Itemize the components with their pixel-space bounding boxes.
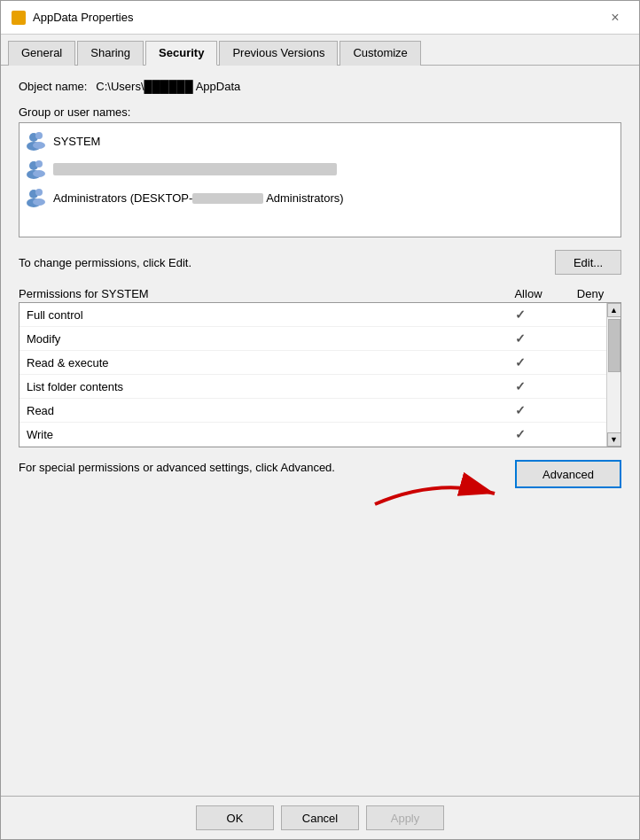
user-icon-admins xyxy=(27,188,46,207)
perm-allow-listfolder xyxy=(489,379,551,393)
tab-bar: General Sharing Security Previous Versio… xyxy=(1,35,639,66)
advanced-description: For special permissions or advanced sett… xyxy=(19,460,335,476)
dialog-footer: OK Cancel Apply xyxy=(1,796,639,839)
svg-point-3 xyxy=(33,142,45,149)
perm-name-readexecute: Read & execute xyxy=(27,356,489,369)
tab-previous-versions[interactable]: Previous Versions xyxy=(219,41,338,66)
users-list: SYSTEM Administra xyxy=(19,122,621,237)
ok-button[interactable]: OK xyxy=(196,805,274,830)
tab-security[interactable]: Security xyxy=(145,41,217,66)
permissions-header: Permissions for SYSTEM Allow Deny xyxy=(19,287,621,300)
user-item-admins[interactable]: Administrators (DESKTOP- Administrators) xyxy=(20,183,620,212)
edit-description: To change permissions, click Edit. xyxy=(19,256,191,269)
group-label: Group or user names: xyxy=(19,105,621,119)
apply-button[interactable]: Apply xyxy=(366,805,444,830)
permissions-scrollbar[interactable]: ▲ ▼ xyxy=(606,303,620,447)
user-item-system[interactable]: SYSTEM xyxy=(20,127,620,155)
permissions-table: Full control Modify Read & execute List … xyxy=(19,302,621,447)
perm-name-modify: Modify xyxy=(27,332,489,346)
title-bar: AppData Properties × xyxy=(1,1,639,35)
perm-allow-modify xyxy=(489,331,551,346)
scrollbar-up-button[interactable]: ▲ xyxy=(607,303,621,317)
advanced-section: For special permissions or advanced sett… xyxy=(19,460,621,488)
tab-sharing[interactable]: Sharing xyxy=(77,41,144,66)
perm-allow-read xyxy=(489,403,551,417)
user-blurred-bar xyxy=(53,163,337,175)
perm-name-listfolder: List folder contents xyxy=(27,380,489,393)
close-button[interactable]: × xyxy=(602,8,628,27)
tab-general[interactable]: General xyxy=(8,41,75,66)
perm-row-fullcontrol: Full control xyxy=(20,303,620,327)
folder-icon xyxy=(12,11,26,25)
advanced-area: For special permissions or advanced sett… xyxy=(19,460,621,501)
perm-row-modify: Modify xyxy=(20,327,620,351)
perm-name-read: Read xyxy=(27,404,489,417)
advanced-button[interactable]: Advanced xyxy=(515,460,621,488)
perm-allow-readexecute xyxy=(489,355,551,369)
perm-row-write: Write xyxy=(20,423,620,447)
tab-customize[interactable]: Customize xyxy=(340,41,420,66)
perm-row-listfolder: List folder contents xyxy=(20,375,620,399)
edit-button[interactable]: Edit... xyxy=(555,250,621,275)
permissions-title: Permissions for SYSTEM xyxy=(19,287,497,300)
object-name-row: Object name: C:\Users\██████ AppData xyxy=(19,80,621,93)
tab-content: Object name: C:\Users\██████ AppData Gro… xyxy=(1,66,639,796)
perm-allow-fullcontrol xyxy=(489,307,551,322)
edit-row: To change permissions, click Edit. Edit.… xyxy=(19,250,621,275)
svg-point-9 xyxy=(35,189,43,196)
permissions-allow-header: Allow xyxy=(497,287,559,300)
arrow-indicator xyxy=(366,469,508,516)
svg-point-7 xyxy=(33,170,45,177)
red-arrow-svg xyxy=(366,469,508,513)
perm-allow-write xyxy=(489,427,551,441)
svg-point-5 xyxy=(35,160,43,167)
user-icon-blurred xyxy=(27,159,46,179)
svg-point-1 xyxy=(35,132,43,139)
permissions-deny-header: Deny xyxy=(559,287,621,300)
perm-name-fullcontrol: Full control xyxy=(27,308,489,322)
dialog-title: AppData Properties xyxy=(33,11,602,24)
user-item-blurred[interactable] xyxy=(20,155,620,183)
user-name-admins: Administrators (DESKTOP- Administrators) xyxy=(53,191,344,205)
perm-row-readexecute: Read & execute xyxy=(20,351,620,375)
user-icon-system xyxy=(27,131,46,151)
user-name-system: SYSTEM xyxy=(53,135,100,148)
cancel-button[interactable]: Cancel xyxy=(281,805,359,830)
object-name-value: C:\Users\██████ AppData xyxy=(96,80,240,93)
appdata-properties-dialog: AppData Properties × General Sharing Sec… xyxy=(0,0,640,840)
svg-point-11 xyxy=(33,198,45,206)
scrollbar-thumb[interactable] xyxy=(608,319,620,372)
scrollbar-down-button[interactable]: ▼ xyxy=(607,432,621,447)
perm-name-write: Write xyxy=(27,428,489,441)
perm-row-read: Read xyxy=(20,399,620,423)
object-name-label: Object name: xyxy=(19,80,87,93)
